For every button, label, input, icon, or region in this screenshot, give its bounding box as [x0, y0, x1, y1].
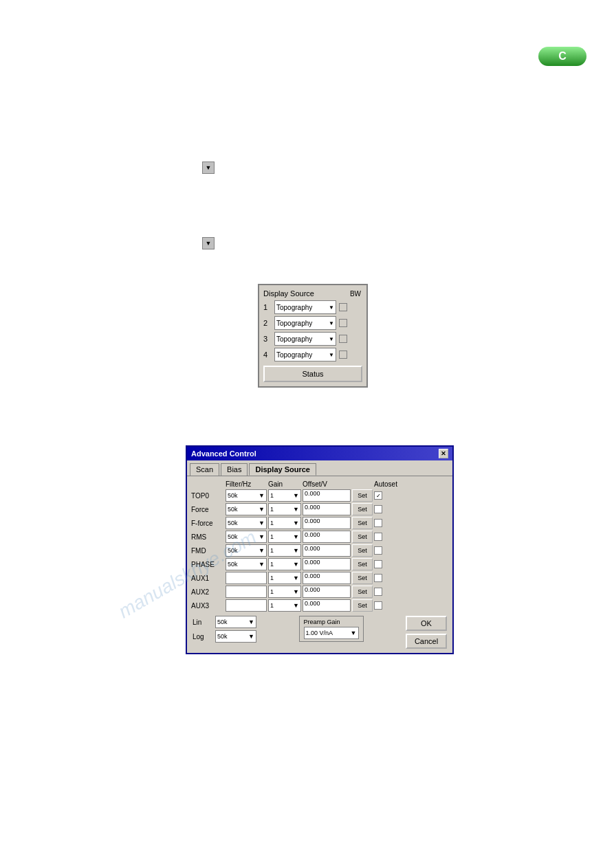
dropdown-arrow-2[interactable]: ▼	[202, 237, 215, 249]
adv-gain-select-2[interactable]: 1▼	[268, 517, 301, 529]
preamp-value-select[interactable]: 1.00 V/nA ▼	[304, 627, 359, 639]
adv-offset-input-4[interactable]: 0.000	[303, 544, 351, 557]
preamp-arrow-icon: ▼	[351, 630, 357, 636]
adv-set-btn-5[interactable]: Set	[352, 558, 373, 570]
ds-num-3: 3	[263, 335, 272, 343]
advanced-control-titlebar: Advanced Control ✕	[187, 447, 452, 460]
ds-select-2[interactable]: Topography ▼	[274, 316, 336, 330]
adv-gain-select-1[interactable]: 1▼	[268, 503, 301, 515]
lin-filter-select[interactable]: 50k ▼	[215, 616, 256, 628]
c-button[interactable]: C	[538, 47, 586, 66]
log-label: Log	[193, 633, 213, 641]
ds-num-1: 1	[263, 303, 272, 311]
adv-autoset-checkbox-3[interactable]	[374, 533, 382, 541]
log-filter-select[interactable]: 50k ▼	[215, 630, 256, 643]
adv-autoset-checkbox-2[interactable]	[374, 519, 382, 527]
adv-autoset-checkbox-4[interactable]	[374, 546, 382, 555]
close-button[interactable]: ✕	[439, 449, 448, 458]
adv-row-6: AUX11▼0.000Set	[191, 572, 448, 584]
ds-select-text-4: Topography	[276, 351, 312, 359]
adv-autoset-checkbox-8[interactable]	[374, 601, 382, 610]
offset-header: Offset/V	[303, 480, 351, 488]
bw-label: BW	[350, 290, 361, 298]
gain-header: Gain	[268, 480, 301, 488]
lin-log-section: Lin 50k ▼ Log 50k ▼	[193, 616, 256, 643]
ds-row-2: 2 Topography ▼	[263, 316, 362, 330]
set-header	[352, 480, 373, 488]
adv-set-btn-8[interactable]: Set	[352, 599, 373, 612]
tab-display-source[interactable]: Display Source	[249, 463, 316, 476]
ds-checkbox-2[interactable]	[339, 319, 347, 327]
adv-offset-input-3[interactable]: 0.000	[303, 531, 351, 543]
tab-bias[interactable]: Bias	[221, 463, 248, 476]
adv-autoset-checkbox-0[interactable]	[374, 491, 382, 500]
adv-autoset-checkbox-6[interactable]	[374, 574, 382, 582]
ds-select-4[interactable]: Topography ▼	[274, 348, 336, 361]
adv-gain-select-4[interactable]: 1▼	[268, 544, 301, 557]
adv-filter-select-1[interactable]: 50k▼	[226, 503, 267, 515]
adv-filter-select-4[interactable]: 50k▼	[226, 544, 267, 557]
adv-filter-select-3[interactable]: 50k▼	[226, 531, 267, 543]
adv-offset-input-5[interactable]: 0.000	[303, 558, 351, 570]
adv-filter-select-5[interactable]: 50k▼	[226, 558, 267, 570]
ds-row-4: 4 Topography ▼	[263, 348, 362, 361]
adv-set-btn-2[interactable]: Set	[352, 517, 373, 529]
adv-gain-select-8[interactable]: 1▼	[268, 599, 301, 612]
adv-set-btn-3[interactable]: Set	[352, 531, 373, 543]
cancel-button[interactable]: Cancel	[406, 634, 447, 649]
advanced-control-title: Advanced Control	[191, 449, 256, 458]
adv-rows-container: TOP050k▼1▼0.000SetForce50k▼1▼0.000SetF-f…	[191, 489, 448, 612]
adv-offset-input-1[interactable]: 0.000	[303, 503, 351, 515]
ds-select-3[interactable]: Topography ▼	[274, 332, 336, 346]
adv-row-8: AUX31▼0.000Set	[191, 599, 448, 612]
adv-row-7: AUX21▼0.000Set	[191, 586, 448, 598]
adv-gain-select-3[interactable]: 1▼	[268, 531, 301, 543]
dropdown-arrow-1[interactable]: ▼	[202, 162, 215, 174]
ds-checkbox-4[interactable]	[339, 350, 347, 359]
ds-select-arrow-4: ▼	[329, 352, 334, 358]
adv-row-label-4: FMD	[191, 547, 224, 555]
ds-num-2: 2	[263, 319, 272, 327]
adv-row-1: Force50k▼1▼0.000Set	[191, 503, 448, 515]
adv-offset-input-8[interactable]: 0.000	[303, 599, 351, 612]
ds-checkbox-3[interactable]	[339, 335, 347, 343]
display-source-title: Display Source	[263, 289, 314, 298]
adv-set-btn-7[interactable]: Set	[352, 586, 373, 598]
adv-offset-input-6[interactable]: 0.000	[303, 572, 351, 584]
filter-header: Filter/Hz	[226, 480, 267, 488]
preamp-value: 1.00 V/nA	[306, 630, 333, 636]
adv-set-btn-1[interactable]: Set	[352, 503, 373, 515]
ds-select-arrow-1: ▼	[329, 304, 334, 311]
adv-autoset-checkbox-1[interactable]	[374, 505, 382, 513]
ok-button[interactable]: OK	[406, 616, 447, 631]
adv-offset-input-2[interactable]: 0.000	[303, 517, 351, 529]
log-arrow-icon: ▼	[248, 633, 254, 640]
col-label-header	[191, 480, 224, 488]
adv-bottom-section: Lin 50k ▼ Log 50k ▼ Preamp Gain 1.00 V/n…	[191, 616, 448, 649]
adv-autoset-checkbox-7[interactable]	[374, 588, 382, 596]
preamp-label: Preamp Gain	[304, 619, 359, 625]
advanced-control-tabs: Scan Bias Display Source	[187, 460, 452, 476]
tab-scan[interactable]: Scan	[190, 463, 219, 476]
adv-gain-select-5[interactable]: 1▼	[268, 558, 301, 570]
adv-filter-select-0[interactable]: 50k▼	[226, 489, 267, 502]
adv-row-3: RMS50k▼1▼0.000Set	[191, 531, 448, 543]
adv-filter-select-2[interactable]: 50k▼	[226, 517, 267, 529]
adv-gain-select-6[interactable]: 1▼	[268, 572, 301, 584]
adv-gain-select-0[interactable]: 1▼	[268, 489, 301, 502]
adv-set-btn-4[interactable]: Set	[352, 544, 373, 557]
adv-autoset-checkbox-5[interactable]	[374, 560, 382, 568]
adv-set-btn-0[interactable]: Set	[352, 489, 373, 502]
adv-offset-input-0[interactable]: 0.000	[303, 489, 351, 502]
adv-gain-select-7[interactable]: 1▼	[268, 586, 301, 598]
ok-cancel-section: OK Cancel	[406, 616, 447, 649]
adv-set-btn-6[interactable]: Set	[352, 572, 373, 584]
adv-filter-select-6	[226, 572, 267, 584]
status-button[interactable]: Status	[263, 366, 362, 382]
ds-row-3: 3 Topography ▼	[263, 332, 362, 346]
adv-offset-input-7[interactable]: 0.000	[303, 586, 351, 598]
adv-row-label-0: TOP0	[191, 492, 224, 500]
ds-checkbox-1[interactable]	[339, 303, 347, 311]
adv-row-label-8: AUX3	[191, 602, 224, 610]
ds-select-1[interactable]: Topography ▼	[274, 300, 336, 314]
